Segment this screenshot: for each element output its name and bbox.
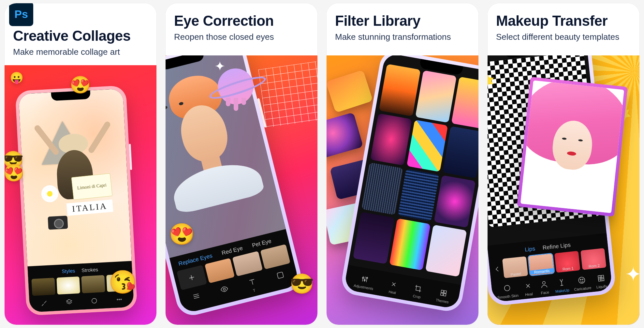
card-title: Creative Collages [13, 28, 148, 44]
tool-smooth-skin[interactable]: Smooth Skin [496, 281, 519, 300]
tool-adjustments[interactable]: Adjustments [353, 272, 375, 291]
tool-text[interactable]: T [245, 276, 260, 294]
card-subtitle: Select different beauty templates [496, 32, 631, 42]
filter-cell[interactable] [415, 70, 457, 123]
svg-rect-18 [598, 275, 604, 281]
tool-selective[interactable] [189, 290, 204, 308]
filter-tile [327, 70, 373, 113]
card-title: Filter Library [335, 13, 470, 29]
chevron-left-icon[interactable] [493, 263, 501, 275]
more-icon[interactable] [114, 294, 124, 305]
style-thumb[interactable] [81, 275, 105, 293]
tool-face[interactable]: Face [538, 278, 551, 295]
filter-cell[interactable] [425, 225, 467, 277]
svg-point-2 [119, 299, 120, 300]
screenshot-card-creative-collages: Ps Creative Collages Make memorable coll… [5, 3, 156, 325]
tab-strokes[interactable]: Strokes [81, 267, 98, 273]
filter-cell[interactable] [406, 120, 448, 172]
emoji-heart-eyes-icon: 😍 [70, 75, 91, 95]
svg-point-15 [580, 279, 581, 280]
style-thumb[interactable] [56, 276, 80, 295]
emoji-kiss-icon: 😘 [109, 269, 137, 295]
tab-refine-lips[interactable]: Refine Lips [542, 242, 571, 251]
emoji-heart-eyes-icon: 😍 [169, 222, 195, 246]
adjust-icon[interactable] [89, 296, 99, 306]
makeup-thumb-pastel[interactable]: Pastel [502, 256, 528, 278]
tool-caricature[interactable]: Caricature [573, 274, 592, 292]
limoni-label: Limoni di Capri [71, 173, 113, 200]
tool-crop[interactable]: Crop [411, 282, 424, 299]
card-subtitle: Make memorable collage art [13, 47, 148, 57]
makeup-thumb-rom1[interactable]: Rom 1 [554, 251, 580, 273]
card-body: ✦ 😍 😎 [166, 55, 317, 325]
layers-icon[interactable] [64, 297, 74, 307]
card-header: Eye Correction Reopen those closed eyes [166, 3, 317, 55]
svg-point-4 [223, 288, 226, 291]
tab-styles[interactable]: Styles [62, 268, 75, 274]
filter-cell[interactable] [434, 175, 476, 228]
svg-rect-5 [277, 272, 283, 278]
tab-pet-eye[interactable]: Pet Eye [251, 237, 272, 248]
tool-heal[interactable]: Heal [387, 278, 400, 295]
tool-makeup[interactable]: MakeUp [554, 276, 570, 294]
tab-lips[interactable]: Lips [524, 245, 535, 253]
filter-tile [327, 112, 363, 158]
svg-point-13 [504, 285, 510, 291]
makeup-portrait [520, 80, 624, 213]
tool-liquify[interactable]: Liquify [595, 272, 607, 289]
card-subtitle: Reopen those closed eyes [174, 32, 309, 42]
svg-rect-10 [444, 291, 446, 293]
filter-grid [353, 64, 478, 277]
emoji-tongue-icon: 😛 [10, 71, 23, 84]
tool-themes[interactable]: Themes [435, 287, 451, 304]
card-body: Adjustments Heal Crop Themes [327, 55, 478, 325]
svg-point-1 [117, 299, 118, 300]
svg-point-0 [92, 298, 96, 303]
svg-point-17 [578, 277, 585, 284]
card-title: Eye Correction [174, 13, 309, 29]
card-subtitle: Make stunning transformations [335, 32, 470, 42]
svg-rect-12 [444, 293, 446, 296]
tab-red-eye[interactable]: Red Eye [221, 245, 243, 256]
brush-icon[interactable] [39, 298, 49, 309]
photoshop-logo-text: Ps [14, 8, 28, 21]
filter-cell[interactable] [361, 162, 403, 215]
filter-cell[interactable] [379, 64, 421, 116]
tool-heal[interactable]: Heal [522, 280, 534, 297]
card-header: Makeup Transfer Select different beauty … [488, 3, 639, 55]
card-header: Filter Library Make stunning transformat… [327, 3, 478, 55]
filter-cell[interactable] [370, 113, 412, 166]
svg-rect-9 [441, 290, 444, 293]
phone-side-button [129, 144, 132, 170]
card-body: 😛 😍 😎 😍 😘 Limoni di Capri [5, 65, 156, 325]
svg-point-16 [582, 279, 583, 280]
screenshot-card-eye-correction: Eye Correction Reopen those closed eyes … [166, 3, 317, 325]
star-icon [488, 74, 494, 84]
camera-icon [48, 216, 68, 230]
tool-stickers[interactable] [273, 268, 288, 287]
filter-cell[interactable] [451, 77, 478, 129]
style-thumb[interactable] [31, 278, 55, 296]
svg-rect-11 [441, 293, 443, 296]
photoshop-logo-icon: Ps [9, 3, 33, 26]
planet-sticker-icon [218, 68, 254, 104]
screenshot-card-makeup-transfer: Makeup Transfer Select different beauty … [488, 3, 639, 325]
screenshot-card-filter-library: Filter Library Make stunning transformat… [327, 3, 478, 325]
makeup-thumb-rom2[interactable]: Rom 2 [580, 248, 606, 270]
emoji-sunglasses-icon: 😎 [290, 272, 314, 295]
svg-point-14 [542, 281, 545, 284]
screenshot-gallery: Ps Creative Collages Make memorable coll… [0, 0, 644, 328]
filter-cell[interactable] [398, 169, 440, 221]
filter-cell[interactable] [353, 212, 395, 264]
card-title: Makeup Transfer [496, 13, 631, 29]
sparkle-icon: ✦ [214, 59, 226, 74]
makeup-portrait-frame [517, 77, 628, 216]
filter-cell[interactable] [389, 218, 431, 271]
filter-cell[interactable] [443, 126, 478, 178]
grid-decoration [258, 61, 317, 127]
tool-eyes[interactable] [217, 282, 232, 301]
makeup-thumb-romantic[interactable]: Romantic [528, 254, 554, 276]
editor-toolbar: Lips Refine Lips Pastel Romantic Rom 1 R… [488, 233, 612, 302]
card-body: ✦ Lips Refine Lips Pastel [488, 55, 639, 325]
emoji-heart-eyes-icon: 😍 [5, 163, 24, 183]
